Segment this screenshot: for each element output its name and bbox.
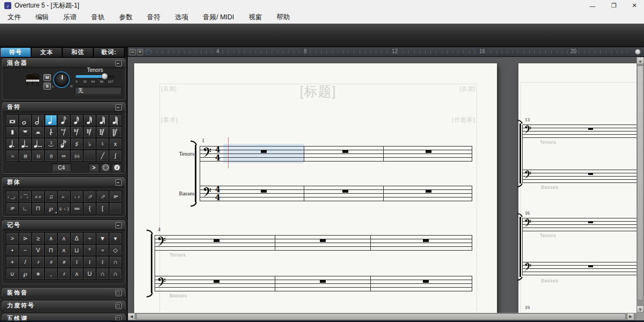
menu-item-help[interactable]: 帮助 [276,13,290,22]
fermata-button[interactable]: ∩ [96,268,109,280]
minimize-button[interactable]: — [583,0,602,11]
note-whole-button[interactable] [19,114,32,126]
horizontal-scrollbar[interactable]: ◀ ▶ [128,313,636,320]
augmentation-dot-button[interactable] [6,138,19,150]
bass-clef-icon[interactable] [524,262,531,272]
note-128th-button[interactable] [109,114,122,126]
flat-button[interactable]: ♭ [83,138,96,150]
bass-clef-icon[interactable] [524,170,531,179]
note-eighth-button[interactable] [57,114,70,126]
tremolo-2-button[interactable]: // [32,256,45,268]
paren-natural-button[interactable]: (♮) [45,150,57,162]
up-bow-button[interactable]: V [32,244,45,256]
menu-item-score[interactable]: 乐谱 [63,13,77,22]
diamond-button[interactable]: ◇ [109,244,122,256]
whole-rest[interactable] [214,239,219,242]
sharp-button[interactable]: ♯ [70,138,83,150]
staff-label-tenors-ghost[interactable]: Tenors [540,233,556,238]
menu-item-notes[interactable]: 音符 [147,13,160,22]
instrument-field[interactable]: 无 [75,86,122,94]
note-half-button[interactable] [32,114,45,126]
note-64th-button[interactable] [96,114,109,126]
tremolo-4-button[interactable]: //// [57,256,70,268]
pitch-field[interactable]: C4 [52,163,71,172]
triple-dot-button[interactable] [32,138,45,150]
whole-rest[interactable] [588,265,593,267]
score-page-2[interactable]: 13 Tenors Basses 16 Tenors Ba [518,63,636,313]
menu-item-audio-midi[interactable]: 音频/ MIDI [203,13,234,22]
staff-tenors[interactable] [522,218,636,231]
breath-mark-button[interactable]: , [45,268,57,280]
paren-double-flat-button[interactable]: (♭♭) [70,150,83,162]
expand-icon[interactable]: □ [115,290,122,296]
fermata-below-button[interactable]: ∪ [6,268,19,280]
vertical-scrollbar[interactable]: ▲ ▼ [636,57,644,313]
pedal-bracket-button[interactable]: ⊓ [32,202,45,214]
volume-slider[interactable] [76,75,114,78]
whole-rest[interactable] [320,280,326,283]
collapse-icon[interactable]: − [115,222,122,229]
rest-16th-button[interactable] [70,126,83,138]
octave-down-8vb-button[interactable]: 8ᵛᵇ [6,202,19,214]
groups-section-header[interactable]: 群体− [2,178,125,187]
natural-button[interactable]: ♮ [96,138,109,150]
bass-clef-icon[interactable] [202,186,211,197]
tab-text[interactable]: 文本 [31,47,62,57]
wedge-large-button[interactable]: ▼ [96,232,109,244]
bracket-tool-button[interactable]: [ [96,202,109,214]
triplet-beamed-button[interactable]: ♫³ [83,191,96,202]
whole-rest[interactable] [426,150,431,153]
menu-item-edit[interactable]: 编辑 [35,13,49,22]
beam-eighths-button[interactable]: ♫ [45,191,57,202]
arpeggio-down-button[interactable]: ≀ [96,256,109,268]
staff-label-basses-ghost[interactable]: Basses [541,185,559,190]
up-bow-small-button[interactable]: ʌ [57,244,70,256]
menu-item-tracks[interactable]: 音轨 [91,13,105,22]
tab-chords[interactable]: 和弦 [62,47,93,57]
harmonic-button[interactable]: ∘ [96,244,109,256]
staff-label-tenors-ghost[interactable]: Tenors [170,252,186,258]
bass-clef-icon[interactable] [157,236,166,247]
tenuto-button[interactable]: − [19,244,32,256]
collapse-icon[interactable]: − [115,179,122,186]
note-16th-button[interactable] [70,114,83,126]
midi-input-button[interactable] [100,163,111,172]
triplet-button[interactable]: 3 [45,138,57,150]
staff-tenors[interactable] [155,235,472,251]
fermata-round-button[interactable]: ∩ [109,268,122,280]
whole-rest[interactable] [342,150,348,153]
arpeggio-button[interactable]: ≀ [70,256,83,268]
scroll-right-arrow[interactable]: ▶ [627,313,634,320]
whole-rest[interactable] [588,173,593,175]
notes-section-header[interactable]: 音符− [2,103,125,112]
marcato-button[interactable]: ∧ [45,232,57,244]
note-quarter-button[interactable] [45,114,57,126]
horizontal-scroll-thumb[interactable] [136,313,626,320]
ornaments-section-header[interactable]: 装饰音□ [2,288,125,298]
fermata-square-button[interactable]: U [83,268,96,280]
grace-note-button[interactable] [57,138,70,150]
collapse-icon[interactable]: − [115,60,122,67]
velocity-accent-button[interactable]: > [89,163,99,172]
whole-rest[interactable] [261,190,267,193]
rest-half-button[interactable] [32,126,45,138]
rest-32nd-button[interactable] [83,126,96,138]
time-signature[interactable]: 44 [214,146,222,162]
tenuto-staccato-button[interactable]: ÷ [83,232,96,244]
whole-rest[interactable] [261,150,267,153]
beam-slant-up-button[interactable]: ♩♪ [70,191,83,202]
menu-item-file[interactable]: 文件 [8,13,21,22]
beam-slant-down-button[interactable]: ♪♩ [57,191,70,202]
scroll-down-arrow[interactable]: ▼ [636,305,644,313]
whole-rest[interactable] [588,128,593,130]
bend-arc-button[interactable]: ∩ [109,256,122,268]
staff-basses[interactable] [155,276,472,291]
whole-rest[interactable] [423,280,429,283]
menu-item-window[interactable]: 视窗 [248,13,262,22]
accent-button[interactable]: > [6,232,19,244]
scroll-up-arrow[interactable]: ▲ [636,57,644,64]
brace-tool-button[interactable]: { [83,202,96,214]
double-dot-button[interactable] [19,138,32,150]
score-page-1[interactable]: [页眉] [标题] [页眉] [要求] [作曲家] 1 Tenors Basse… [134,63,497,313]
staff-basses[interactable] [522,170,636,183]
